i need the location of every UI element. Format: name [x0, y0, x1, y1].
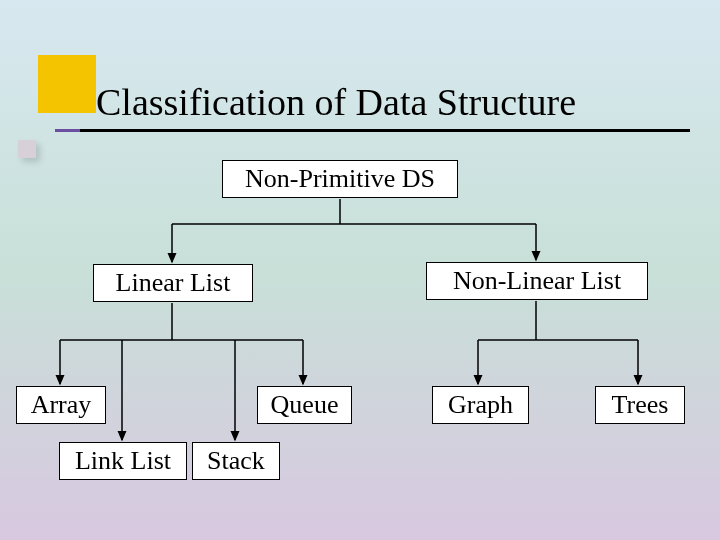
connector-root-to-children — [0, 0, 720, 540]
